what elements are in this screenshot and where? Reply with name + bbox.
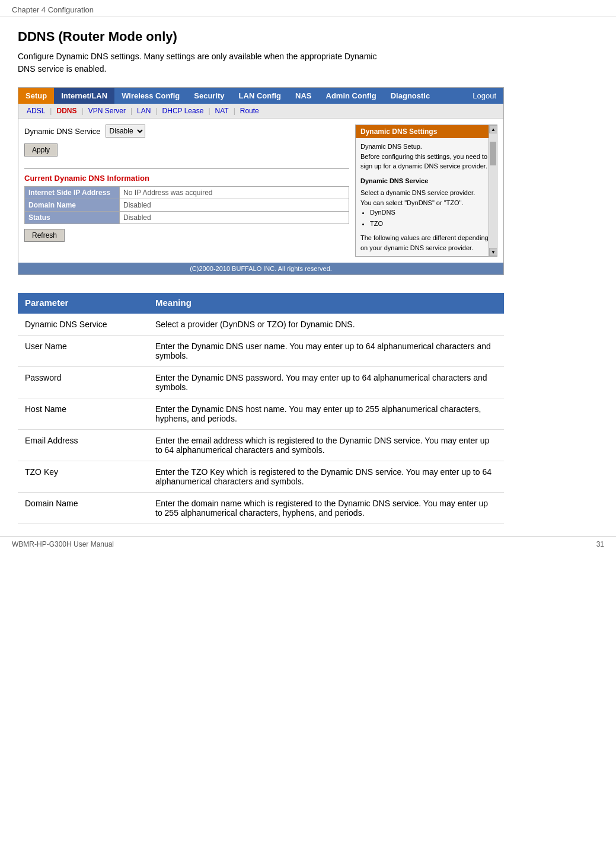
nav-admin-config[interactable]: Admin Config <box>319 88 384 104</box>
refresh-button[interactable]: Refresh <box>24 229 65 242</box>
param-name: Email Address <box>18 430 148 461</box>
table-row: Domain Name Disabled <box>25 199 349 212</box>
table-row: PasswordEnter the Dynamic DNS password. … <box>18 367 504 398</box>
domain-value: Disabled <box>120 199 349 212</box>
status-value: Disabled <box>120 212 349 224</box>
right-panel-content: Dynamic DNS Setup.Before configuring thi… <box>356 138 497 256</box>
right-intro: Dynamic DNS Setup.Before configuring thi… <box>360 142 492 171</box>
param-name: Domain Name <box>18 493 148 524</box>
scroll-up-arrow[interactable]: ▲ <box>489 125 497 133</box>
service-options-list: DynDNS TZO <box>360 208 492 228</box>
dns-service-row: Dynamic DNS Service Disable <box>24 125 349 138</box>
router-footer: (C)2000-2010 BUFFALO INC. All rights res… <box>18 263 503 274</box>
sub-nat[interactable]: NAT <box>210 106 234 116</box>
router-right-panel: Dynamic DNS Settings Dynamic DNS Setup.B… <box>355 125 497 257</box>
scroll-down-arrow[interactable]: ▼ <box>489 248 497 256</box>
sub-lan[interactable]: LAN <box>132 106 155 116</box>
param-meaning: Enter the domain name which is registere… <box>148 493 504 524</box>
footer-page: 31 <box>596 540 604 548</box>
router-left-panel: Dynamic DNS Service Disable Apply Curren… <box>24 125 349 257</box>
current-info-table: Internet Side IP Address No IP Address w… <box>24 186 349 224</box>
section-title: DDNS (Router Mode only) <box>18 29 598 44</box>
ip-label: Internet Side IP Address <box>25 187 120 199</box>
divider <box>24 168 349 169</box>
nav-lan-config[interactable]: LAN Config <box>232 88 288 104</box>
status-label: Status <box>25 212 120 224</box>
sub-adsl[interactable]: ADSL <box>22 106 50 116</box>
scroll-track <box>489 133 497 248</box>
sub-vpn-server[interactable]: VPN Server <box>84 106 130 116</box>
table-row: Internet Side IP Address No IP Address w… <box>25 187 349 199</box>
param-name: TZO Key <box>18 461 148 493</box>
scrollbar[interactable]: ▲ ▼ <box>489 125 497 256</box>
domain-label: Domain Name <box>25 199 120 212</box>
param-meaning: Enter the Dynamic DNS password. You may … <box>148 367 504 398</box>
nav-diagnostic[interactable]: Diagnostic <box>384 88 437 104</box>
nav-security[interactable]: Security <box>187 88 231 104</box>
table-row: User NameEnter the Dynamic DNS user name… <box>18 336 504 367</box>
sub-ddns[interactable]: DDNS <box>52 106 81 116</box>
list-item: TZO <box>370 219 492 229</box>
param-meaning: Enter the email address which is registe… <box>148 430 504 461</box>
section-desc: Configure Dynamic DNS settings. Many set… <box>18 50 598 75</box>
page-footer: WBMR-HP-G300H User Manual 31 <box>0 536 616 552</box>
scroll-thumb[interactable] <box>490 142 496 165</box>
right-service-title: Dynamic DNS Service <box>360 176 492 186</box>
table-row: Domain NameEnter the domain name which i… <box>18 493 504 524</box>
param-name: Host Name <box>18 398 148 430</box>
param-meaning: Enter the Dynamic DNS user name. You may… <box>148 336 504 367</box>
param-name: User Name <box>18 336 148 367</box>
param-name: Password <box>18 367 148 398</box>
sub-nav: ADSL | DDNS | VPN Server | LAN | DHCP Le… <box>18 104 503 119</box>
sub-route[interactable]: Route <box>235 106 264 116</box>
nav-nas[interactable]: NAS <box>288 88 318 104</box>
param-name: Dynamic DNS Service <box>18 313 148 336</box>
nav-setup[interactable]: Setup <box>18 88 54 104</box>
meaning-col-header: Meaning <box>148 293 504 313</box>
logout-link[interactable]: Logout <box>465 88 503 104</box>
dns-service-select[interactable]: Disable <box>106 125 145 138</box>
param-meaning: Enter the Dynamic DNS host name. You may… <box>148 398 504 430</box>
current-info-title: Current Dynamic DNS Information <box>24 174 349 183</box>
right-service-desc: Select a dynamic DNS service provider.Yo… <box>360 188 492 208</box>
table-row: Host NameEnter the Dynamic DNS host name… <box>18 398 504 430</box>
right-panel-title: Dynamic DNS Settings <box>356 125 497 138</box>
router-main-content: Dynamic DNS Service Disable Apply Curren… <box>18 119 503 263</box>
right-footer-note: The following values are different depen… <box>360 233 492 253</box>
chapter-title: Chapter 4 Configuration <box>12 5 94 14</box>
nav-wireless-config[interactable]: Wireless Config <box>114 88 187 104</box>
table-row: Dynamic DNS ServiceSelect a provider (Dy… <box>18 313 504 336</box>
footer-model: WBMR-HP-G300H User Manual <box>12 540 114 548</box>
page-header: Chapter 4 Configuration <box>0 0 616 17</box>
param-col-header: Parameter <box>18 293 148 313</box>
top-nav: Setup Internet/LAN Wireless Config Secur… <box>18 88 503 104</box>
sub-dhcp-lease[interactable]: DHCP Lease <box>158 106 209 116</box>
content-area: DDNS (Router Mode only) Configure Dynami… <box>0 17 616 536</box>
apply-button[interactable]: Apply <box>24 143 58 157</box>
table-row: Email AddressEnter the email address whi… <box>18 430 504 461</box>
router-ui: Setup Internet/LAN Wireless Config Secur… <box>18 87 504 275</box>
table-row: TZO KeyEnter the TZO Key which is regist… <box>18 461 504 493</box>
param-meaning: Select a provider (DynDNS or TZO) for Dy… <box>148 313 504 336</box>
param-meaning: Enter the TZO Key which is registered to… <box>148 461 504 493</box>
table-row: Status Disabled <box>25 212 349 224</box>
nav-internet-lan[interactable]: Internet/LAN <box>54 88 114 104</box>
param-table: Parameter Meaning Dynamic DNS ServiceSel… <box>18 293 504 524</box>
dns-service-label: Dynamic DNS Service <box>24 127 101 136</box>
list-item: DynDNS <box>370 208 492 218</box>
ip-value: No IP Address was acquired <box>120 187 349 199</box>
